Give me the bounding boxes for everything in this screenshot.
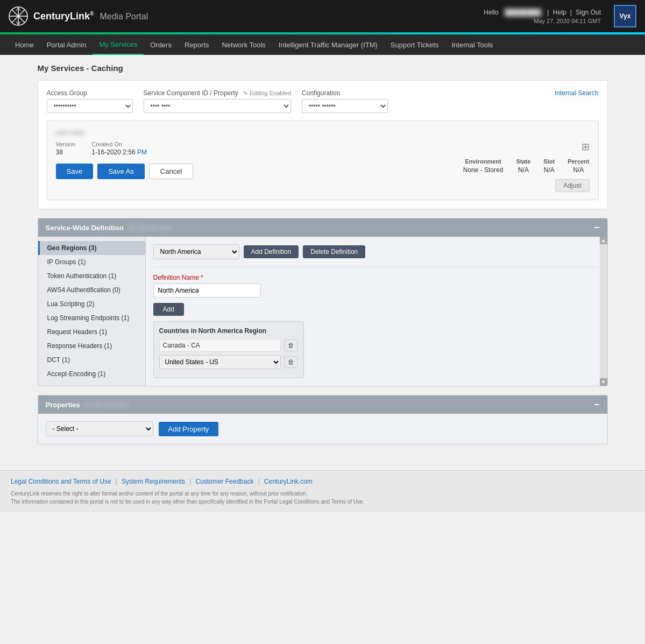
nav-home[interactable]: Home xyxy=(9,34,40,55)
configuration-label: Configuration xyxy=(302,89,388,97)
country-row-us: United States - US 🗑 xyxy=(159,355,298,369)
vyx-logo: Vyx xyxy=(614,5,636,27)
service-wide-header: Service-Wide Definition •••• •••• ••••• … xyxy=(38,218,607,237)
scroll-up[interactable]: ▲ xyxy=(600,237,607,244)
percent-col: Percent N/A xyxy=(568,158,589,174)
brand-name: CenturyLink® Media Portal xyxy=(33,11,148,22)
environment-col: Environment None - Stored xyxy=(463,158,504,174)
service-component-filter: Service Component ID / Property ✎ Editin… xyxy=(144,89,292,113)
countries-title: Countries in North America Region xyxy=(159,327,298,335)
created-on-group: Created On 1-16-2020 2:56 PM xyxy=(91,141,147,156)
save-as-button[interactable]: Save As xyxy=(97,164,145,179)
sidebar-item-aws4[interactable]: AWS4 Authentification (0) xyxy=(38,283,145,297)
footer-links: Legal Conditions and Terms of Use | Syst… xyxy=(11,477,634,485)
properties-select[interactable]: - Select - xyxy=(46,421,153,436)
configuration-filter: Configuration ••••• •••••• xyxy=(302,89,388,113)
sidebar-item-lua[interactable]: Lua Scripting (2) xyxy=(38,297,145,311)
env-table: Environment None - Stored State N/A Slot… xyxy=(463,158,590,174)
expand-icon[interactable]: ⊞ xyxy=(582,141,590,153)
def-name-label: Definition Name * xyxy=(153,274,597,281)
properties-title: Properties xyxy=(46,401,80,409)
service-wide-main: North America Europe Asia Pacific Add De… xyxy=(146,237,607,386)
version-group: Version 38 xyxy=(56,141,76,156)
nav-portal-admin[interactable]: Portal Admin xyxy=(40,34,93,55)
nav-orders[interactable]: Orders xyxy=(144,34,178,55)
footer: Legal Conditions and Terms of Use | Syst… xyxy=(0,470,645,512)
help-link[interactable]: Help xyxy=(553,9,566,16)
sidebar-item-log-streaming[interactable]: Log Streaming Endpoints (1) xyxy=(38,311,145,325)
config-card: ••••• •••••• Version 38 Created On 1-16-… xyxy=(47,121,599,200)
service-wide-toggle[interactable]: − xyxy=(594,223,600,232)
access-group-label: Access Group xyxy=(47,89,133,97)
nav-support-tickets[interactable]: Support Tickets xyxy=(384,34,445,55)
footer-disclaimer: CenturyLink reserves the right to alter … xyxy=(11,490,634,506)
internal-search-link[interactable]: Internal Search xyxy=(555,89,598,97)
signout-link[interactable]: Sign Out xyxy=(576,9,601,16)
properties-toggle[interactable]: − xyxy=(594,400,600,409)
header-links: Hello ████████ | Help | Sign Out xyxy=(481,9,601,16)
access-group-filter: Access Group •••••••••• xyxy=(47,89,133,113)
service-wide-title: Service-Wide Definition xyxy=(46,224,124,232)
properties-controls: - Select - Add Property xyxy=(46,421,600,436)
footer-system-req-link[interactable]: System Requirements xyxy=(122,478,185,485)
def-name-input[interactable] xyxy=(153,284,261,298)
delete-definition-button[interactable]: Delete Definition xyxy=(303,245,365,258)
sidebar-item-request-headers[interactable]: Request Headers (1) xyxy=(38,325,145,339)
properties-body: - Select - Add Property xyxy=(38,414,607,444)
nav-internal-tools[interactable]: Internal Tools xyxy=(445,34,499,55)
footer-customer-feedback-link[interactable]: Customer Feedback xyxy=(195,478,253,485)
properties-subtitle: •••• •••• ••••• •••••• xyxy=(84,401,129,408)
nav-itm[interactable]: Intelligent Traffic Manager (ITM) xyxy=(272,34,384,55)
scroll-down[interactable]: ▼ xyxy=(600,378,607,386)
service-wide-sidebar: Geo Regions (3) IP Groups (1) Token Auth… xyxy=(38,237,146,386)
top-header: CenturyLink® Media Portal Hello ████████… xyxy=(0,0,645,32)
sidebar-item-accept-encoding[interactable]: Accept-Encoding (1) xyxy=(38,367,145,381)
portal-name: Media Portal xyxy=(100,12,148,21)
service-wide-section: Service-Wide Definition •••• •••• ••••• … xyxy=(38,218,608,386)
sidebar-item-dct[interactable]: DCT (1) xyxy=(38,353,145,367)
config-actions: Save Save As Cancel xyxy=(56,164,194,179)
adjust-button[interactable]: Adjust xyxy=(555,179,589,192)
save-button[interactable]: Save xyxy=(56,164,94,179)
logo-area: CenturyLink® Media Portal xyxy=(9,6,148,26)
canada-text: Canada - CA xyxy=(159,339,281,352)
service-component-select[interactable]: •••• •••• xyxy=(144,99,292,113)
add-definition-button[interactable]: Add Definition xyxy=(244,245,299,258)
cancel-button[interactable]: Cancel xyxy=(149,164,193,179)
divider xyxy=(153,267,597,267)
main-card: Access Group •••••••••• Service Componen… xyxy=(38,80,608,209)
filter-bar: Access Group •••••••••• Service Componen… xyxy=(47,89,599,113)
canada-delete-button[interactable]: 🗑 xyxy=(284,339,298,351)
footer-centurylink-link[interactable]: CenturyLink.com xyxy=(264,478,313,485)
page-content: My Services - Caching Access Group •••••… xyxy=(27,55,619,462)
footer-legal-link[interactable]: Legal Conditions and Terms of Use xyxy=(11,478,111,485)
sidebar-item-token-auth[interactable]: Token Authentication (1) xyxy=(38,269,145,283)
sidebar-item-response-headers[interactable]: Response Headers (1) xyxy=(38,339,145,353)
service-wide-subtitle: •••• •••• ••••• •••••• xyxy=(128,224,172,231)
nav-reports[interactable]: Reports xyxy=(178,34,216,55)
properties-section: Properties •••• •••• ••••• •••••• − - Se… xyxy=(38,395,608,444)
definition-select[interactable]: North America Europe Asia Pacific xyxy=(153,244,239,259)
config-meta: Version 38 Created On 1-16-2020 2:56 PM xyxy=(56,141,194,156)
us-select[interactable]: United States - US xyxy=(159,355,281,369)
service-wide-body: Geo Regions (3) IP Groups (1) Token Auth… xyxy=(38,237,607,386)
countries-section: Countries in North America Region Canada… xyxy=(153,321,304,378)
nav-bar: Home Portal Admin My Services Orders Rep… xyxy=(0,34,645,55)
state-col: State N/A xyxy=(516,158,530,174)
configuration-select[interactable]: ••••• •••••• xyxy=(302,99,388,113)
access-group-select[interactable]: •••••••••• xyxy=(47,99,133,113)
add-property-button[interactable]: Add Property xyxy=(159,422,219,436)
slot-col: Slot N/A xyxy=(543,158,555,174)
nav-my-services[interactable]: My Services xyxy=(93,34,144,55)
service-component-label: Service Component ID / Property ✎ Editin… xyxy=(144,89,292,97)
config-title: ••••• •••••• xyxy=(56,129,590,137)
sidebar-item-ip-groups[interactable]: IP Groups (1) xyxy=(38,255,145,269)
us-delete-button[interactable]: 🗑 xyxy=(284,356,298,368)
sidebar-item-geo-regions[interactable]: Geo Regions (3) xyxy=(38,241,145,255)
username: ████████ xyxy=(505,9,543,16)
definition-controls: North America Europe Asia Pacific Add De… xyxy=(153,244,597,259)
scrollbar[interactable]: ▲ ▼ xyxy=(600,237,607,386)
add-small-button[interactable]: Add xyxy=(153,303,184,316)
header-right: Hello ████████ | Help | Sign Out May 27,… xyxy=(481,9,601,24)
nav-network-tools[interactable]: Network Tools xyxy=(215,34,272,55)
